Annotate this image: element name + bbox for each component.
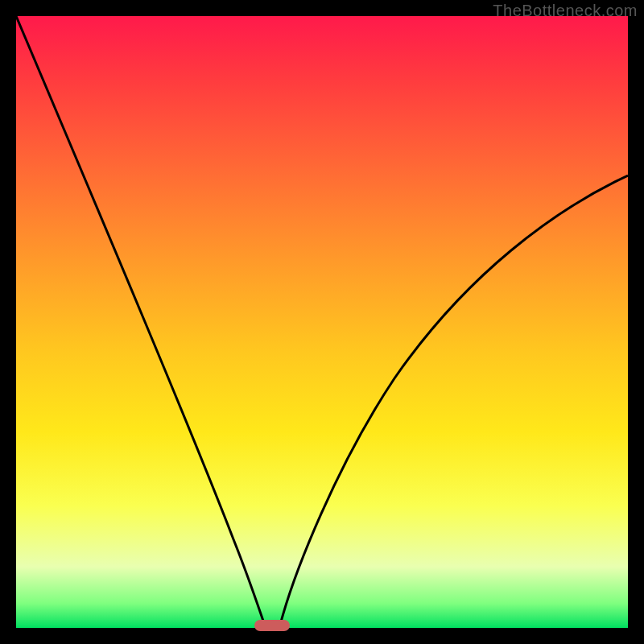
curve-right-branch <box>279 175 628 628</box>
plot-area <box>16 16 628 628</box>
curve-layer <box>16 16 628 628</box>
curve-left-branch <box>16 16 266 628</box>
chart-container: TheBottleneck.com <box>0 0 644 644</box>
minimum-marker <box>254 620 290 631</box>
